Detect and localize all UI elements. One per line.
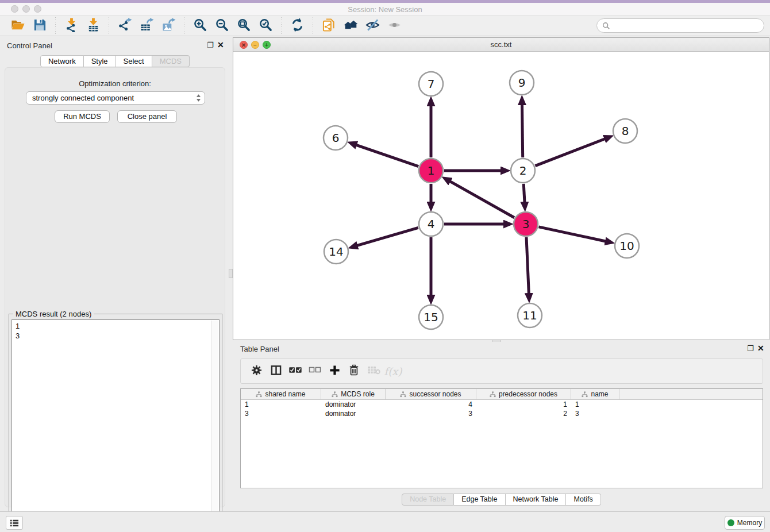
hide-selected-button[interactable] [364, 18, 381, 34]
control-panel: Control Panel ❐ ✕ NetworkStyleSelectMCDS… [0, 36, 230, 510]
select-stepper-icon [196, 94, 201, 102]
tree-icon [400, 391, 406, 398]
toolbar-separator [109, 17, 109, 34]
network-view-window: ✕−+ scc.txt 7968124314101511 [233, 37, 769, 340]
graph-edge-2-3[interactable] [523, 184, 525, 202]
status-bar: Memory [0, 511, 770, 532]
tab-edge-table[interactable]: Edge Table [454, 494, 505, 506]
tab-motifs[interactable]: Motifs [566, 494, 600, 506]
zoom-in-icon [193, 18, 207, 34]
memory-label: Memory [737, 519, 762, 527]
search-icon [602, 22, 610, 30]
criterion-select-value: strongly connected component [32, 94, 196, 102]
add-column-icon [329, 365, 340, 378]
vertical-splitter-grip[interactable] [229, 269, 233, 278]
export-table-button[interactable] [138, 18, 155, 34]
column-header-name[interactable]: name [571, 389, 619, 399]
column-header-shared-name[interactable]: shared name [241, 389, 321, 399]
import-table-button[interactable] [84, 18, 102, 34]
refresh-icon [290, 18, 305, 34]
tab-network[interactable]: Network [40, 55, 84, 67]
table-cell: dominator [321, 400, 386, 408]
table-panel-close-icon[interactable]: ✕ [757, 344, 764, 353]
criterion-select[interactable]: strongly connected component [26, 91, 205, 105]
graph-edge-4-14[interactable] [357, 228, 418, 245]
zoom-selected-button[interactable] [257, 18, 274, 34]
table-row[interactable]: 3dominator323 [241, 409, 763, 418]
table-row[interactable]: 1dominator411 [241, 400, 763, 409]
refresh-button[interactable] [288, 18, 306, 34]
graph-node-label-2: 2 [519, 164, 527, 178]
zoom-in-button[interactable] [191, 18, 209, 34]
control-panel-float-icon[interactable]: ❐ [207, 41, 214, 49]
settings-gear-icon [251, 365, 262, 378]
first-neighbors-button[interactable] [342, 18, 359, 34]
mcds-result-text[interactable]: 1 3 [11, 319, 220, 531]
column-label: shared name [265, 390, 305, 398]
toolbar-separator [184, 17, 184, 34]
tab-network-table[interactable]: Network Table [506, 494, 567, 506]
control-panel-close-icon[interactable]: ✕ [217, 40, 224, 49]
graph-node-label-1: 1 [428, 164, 435, 178]
export-network-icon [118, 18, 132, 34]
tab-node-table[interactable]: Node Table [402, 494, 454, 506]
search-input[interactable] [614, 21, 759, 30]
close-panel-button[interactable]: Close panel [117, 110, 177, 123]
show-columns-button[interactable] [266, 362, 286, 380]
show-all-icon [387, 18, 402, 34]
table-cell: 1 [241, 400, 321, 408]
tree-icon [582, 391, 588, 398]
select-all-columns-button[interactable] [286, 362, 305, 380]
graph-edge-3-10[interactable] [538, 227, 605, 241]
network-canvas[interactable]: 7968124314101511 [233, 52, 769, 340]
save-session-button[interactable] [31, 18, 48, 34]
function-builder-button: f(x) [383, 362, 403, 380]
zoom-selected-icon [259, 18, 273, 34]
import-table-icon [86, 18, 101, 34]
tab-style[interactable]: Style [84, 55, 116, 67]
column-header-MCDS-role[interactable]: MCDS role [321, 389, 386, 399]
open-session-icon [11, 18, 25, 34]
mcds-result-title: MCDS result (2 nodes) [13, 310, 94, 318]
run-mcds-button[interactable]: Run MCDS [55, 110, 110, 123]
optimization-criterion-label: Optimization criterion: [5, 79, 225, 88]
column-label: MCDS role [341, 390, 375, 398]
clone-network-button[interactable] [320, 18, 337, 34]
search-box [596, 18, 764, 33]
memory-button[interactable]: Memory [725, 516, 765, 530]
table-cell: dominator [321, 410, 386, 418]
memory-status-dot [727, 519, 734, 526]
graph-edge-2-9[interactable] [522, 105, 522, 157]
export-network-button[interactable] [116, 18, 133, 34]
export-image-icon [161, 18, 176, 34]
tree-icon [332, 391, 338, 398]
delete-table-icon [367, 365, 380, 377]
column-header-predecessor-nodes[interactable]: predecessor nodes [476, 389, 571, 399]
zoom-out-button[interactable] [213, 18, 230, 34]
delete-table-button [364, 362, 383, 380]
add-column-button[interactable] [325, 362, 344, 380]
zoom-fit-button[interactable] [235, 18, 252, 34]
settings-gear-button[interactable] [247, 362, 266, 380]
graph-edge-2-8[interactable] [535, 139, 605, 166]
delete-columns-icon [349, 364, 359, 378]
table-panel-float-icon[interactable]: ❐ [747, 344, 754, 353]
import-network-button[interactable] [63, 18, 80, 34]
graph-edge-1-6[interactable] [356, 145, 418, 166]
column-header-successor-nodes[interactable]: successor nodes [386, 389, 476, 399]
tree-icon [256, 391, 262, 398]
export-image-button[interactable] [160, 18, 177, 34]
table-cell: 4 [386, 400, 476, 408]
graph-node-label-7: 7 [428, 77, 435, 91]
tab-mcds[interactable]: MCDS [152, 55, 190, 67]
delete-columns-button[interactable] [344, 362, 364, 380]
toolbar-separator [313, 17, 313, 34]
result-scrollbar[interactable] [211, 321, 218, 530]
graph-edge-3-11[interactable] [526, 237, 529, 294]
open-session-button[interactable] [9, 18, 26, 34]
clone-network-icon [322, 18, 336, 34]
tab-select[interactable]: Select [116, 55, 152, 67]
graph-edge-3-1[interactable] [450, 182, 514, 218]
task-history-button[interactable] [6, 516, 23, 530]
unselect-all-columns-button[interactable] [305, 362, 325, 380]
